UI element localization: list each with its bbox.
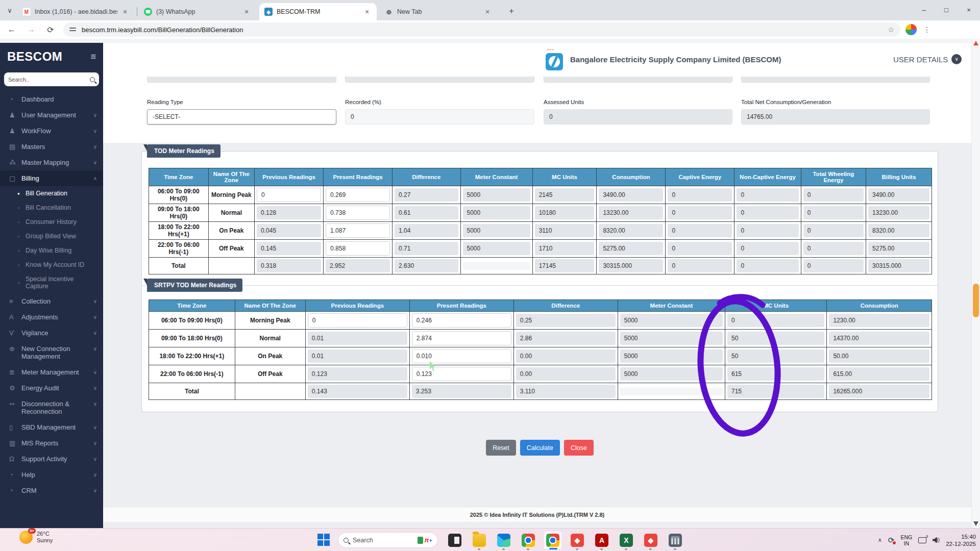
sidebar-item-master-mapping[interactable]: ⁂Master Mapping∨ xyxy=(0,155,103,170)
taskbar-icon-edge[interactable] xyxy=(494,531,513,550)
chevron-icon: ∨ xyxy=(93,127,97,135)
sidebar-item-meter-management[interactable]: ≣Meter Management∨ xyxy=(0,364,103,380)
taskbar-icon-quest-red[interactable]: ◆ xyxy=(568,531,587,550)
sidebar-item-adjustments[interactable]: AAdjustments∨ xyxy=(0,309,103,325)
sidebar-item-vigilance[interactable]: ѴVigilance∨ xyxy=(0,325,103,341)
value-cell: 1.087 xyxy=(324,222,393,240)
taskbar-icon-chrome-active[interactable] xyxy=(543,531,562,550)
window-maximize-button[interactable]: □ xyxy=(935,0,958,20)
sidebar-subitem-day-wise-billing[interactable]: ○Day Wise Billing xyxy=(0,243,103,258)
editable-input[interactable]: 0 xyxy=(257,188,321,202)
window-close-button[interactable]: × xyxy=(958,0,980,20)
tab-search-chevron-icon[interactable]: ∨ xyxy=(4,5,15,16)
editable-input[interactable]: 0.738 xyxy=(326,206,390,220)
editable-input[interactable]: 0.123 xyxy=(412,367,511,381)
editable-input[interactable]: 0.010 xyxy=(412,349,511,363)
taskbar-icon-calculator[interactable] xyxy=(666,531,685,550)
scroll-up-icon[interactable] xyxy=(973,41,978,45)
reload-icon[interactable]: ⟳ xyxy=(43,25,58,35)
sidebar-item-dashboard[interactable]: ◔Dashboard xyxy=(0,91,103,107)
url-bar[interactable]: bescom.trm.ieasybill.com/BillGeneration/… xyxy=(63,22,900,37)
editable-input[interactable]: 2.874 xyxy=(412,331,511,345)
sidebar-item-masters[interactable]: ▤Masters∨ xyxy=(0,139,103,155)
editable-input[interactable]: 0.858 xyxy=(326,241,390,256)
taskbar-icon-chrome[interactable] xyxy=(519,531,538,550)
taskbar-weather[interactable]: 9+ 26°C Sunny xyxy=(19,531,53,544)
sidebar-item-disconnection-reconnection[interactable]: ∾Disconnection & Reconnection∨ xyxy=(0,396,103,419)
calculate-button[interactable]: Calculate xyxy=(520,440,560,456)
scrollbar-thumb[interactable] xyxy=(973,284,979,317)
value-cell: 615 xyxy=(725,365,826,383)
windows-start-button[interactable] xyxy=(317,534,330,546)
sidebar-item-mis-reports[interactable]: ▥MIS Reports∨ xyxy=(0,435,103,451)
browser-tab-whatsapp[interactable]: ☎(3) WhatsApp✕ xyxy=(139,3,256,20)
window-minimize-button[interactable]: – xyxy=(913,0,935,20)
back-icon[interactable]: ← xyxy=(4,25,19,34)
site-info-icon[interactable] xyxy=(69,26,77,33)
sidebar-item-label: Adjustments xyxy=(21,313,93,321)
readonly-value: 1230.00 xyxy=(829,314,929,327)
sidebar-subitem-group-billed-view[interactable]: ○Group Billed View xyxy=(0,229,103,243)
taskbar-icon-acrobat[interactable]: A xyxy=(592,531,611,550)
sidebar-item-user-management[interactable]: ♟User Management∨ xyxy=(0,107,103,123)
editable-input[interactable]: 0.246 xyxy=(412,313,511,328)
sidebar-item-new-connection-management[interactable]: ⊕New Connection Management∨ xyxy=(0,341,103,364)
browser-tab-gmail[interactable]: MInbox (1,016) - aee.bidadi.besco✕ xyxy=(17,3,135,20)
sync-update-icon[interactable]: ⟳ xyxy=(888,536,895,545)
readonly-value: 3110 xyxy=(535,224,595,237)
reset-button[interactable]: Reset xyxy=(486,440,516,456)
browser-tab-bescom[interactable]: ◈BESCOM-TRM✕ xyxy=(259,3,377,20)
bookmark-star-icon[interactable]: ☆ xyxy=(888,26,894,34)
editable-input[interactable]: 1.087 xyxy=(326,223,390,238)
close-icon[interactable]: ✕ xyxy=(242,7,251,16)
reading-type-select[interactable]: -SELECT- xyxy=(147,109,336,124)
scroll-down-icon[interactable] xyxy=(973,521,978,526)
close-button[interactable]: Close xyxy=(564,440,594,456)
user-details-dropdown[interactable]: USER DETAILS ∨ xyxy=(893,54,962,64)
sidebar-item-support-activity[interactable]: ΩSupport Activity∨ xyxy=(0,451,103,467)
sidebar-item-collection[interactable]: ≡Collection∨ xyxy=(0,293,103,309)
sidebar-item-sbd-management[interactable]: ▯SBD Management∨ xyxy=(0,419,103,435)
sidebar-subitem-special-incentive-capture[interactable]: ○Special Incentive Capture xyxy=(0,272,103,293)
readonly-value: 0.01 xyxy=(308,349,407,363)
sidebar-item-crm[interactable]: ◔CRM∨ xyxy=(0,483,103,498)
editable-input[interactable]: 0 xyxy=(308,313,407,328)
editable-input[interactable]: 0.269 xyxy=(326,188,390,202)
close-icon[interactable]: ✕ xyxy=(362,7,372,16)
value-cell: 0 xyxy=(734,240,801,258)
sidebar-item-billing[interactable]: ▢Billing∧ xyxy=(0,170,103,186)
clock[interactable]: 15:40 22-12-2025 xyxy=(946,533,976,547)
sidebar-subitem-consumer-history[interactable]: ○Consumer History xyxy=(0,215,103,229)
sidebar-subitem-bill-generation[interactable]: ●Bill Generation xyxy=(0,186,103,201)
url-text[interactable]: bescom.trm.ieasybill.com/BillGeneration/… xyxy=(82,26,888,34)
volume-icon[interactable]: ))) xyxy=(933,537,940,543)
taskbar-icon-excel[interactable]: X xyxy=(617,531,636,550)
tray-expand-icon[interactable]: ∧ xyxy=(878,537,882,543)
readonly-value: 50.00 xyxy=(829,349,929,363)
sidebar-subitem-bill-cancellation[interactable]: ○Bill Cancellation xyxy=(0,201,103,215)
new-tab-button[interactable]: + xyxy=(505,5,518,17)
taskbar-icon-file-dark[interactable] xyxy=(445,531,464,550)
recorded-input[interactable]: 0 xyxy=(345,109,534,124)
sidebar-search-input[interactable]: Search.. xyxy=(4,72,99,86)
profile-avatar-icon[interactable] xyxy=(905,24,917,35)
sidebar-item-help[interactable]: ◔Help∨ xyxy=(0,467,103,483)
taskbar-icon-folder[interactable] xyxy=(470,531,489,550)
sidebar-item-energy-audit[interactable]: ⚙Energy Audit∨ xyxy=(0,380,103,396)
language-indicator[interactable]: ENG IN xyxy=(900,534,912,546)
browser-tab-newtab[interactable]: ⊕New Tab✕ xyxy=(380,3,497,20)
taskbar-icon-quest-red-2[interactable]: ◆ xyxy=(641,531,660,550)
sidebar-subitem-know-my-account-id[interactable]: ○Know My Account ID xyxy=(0,258,103,272)
close-icon[interactable]: ✕ xyxy=(483,7,492,16)
hamburger-icon[interactable]: ≡ xyxy=(90,52,96,62)
forward-icon[interactable]: → xyxy=(23,25,39,34)
chevron-icon: ∧ xyxy=(93,174,97,182)
page-scrollbar[interactable] xyxy=(971,39,980,528)
close-icon[interactable]: ✕ xyxy=(120,7,130,16)
value-cell: 0 xyxy=(666,258,734,274)
sidebar-item-workflow[interactable]: ♟WorkFlow∨ xyxy=(0,123,103,139)
sidebar-item-label: Help xyxy=(21,471,93,479)
browser-menu-icon[interactable]: ⋮ xyxy=(921,26,933,34)
network-device-icon[interactable] xyxy=(918,537,926,543)
taskbar-search-input[interactable]: Search π + xyxy=(338,532,438,548)
